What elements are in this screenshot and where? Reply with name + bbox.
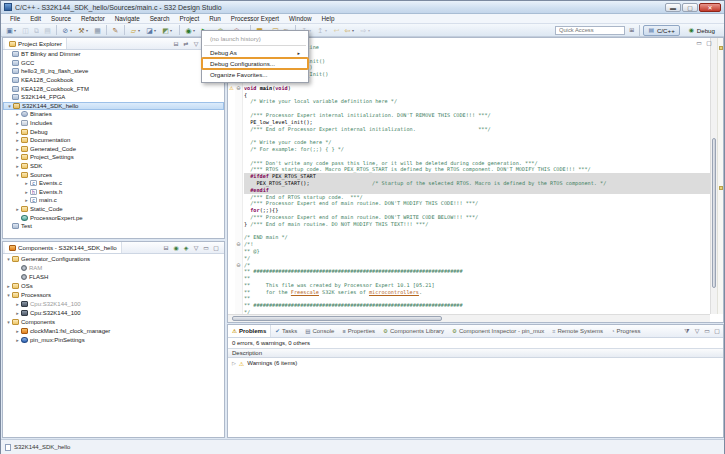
collapse-all-icon[interactable]: ⊟: [172, 40, 180, 48]
tree-item-generated-code[interactable]: ▸Generated_Code: [3, 145, 224, 154]
maximize-window-button[interactable]: ▢: [682, 3, 698, 12]
tree-expander-icon[interactable]: ▸: [23, 197, 30, 203]
fold-marker-icon[interactable]: ⊖: [235, 85, 242, 91]
code-line[interactable]: /* END main */: [244, 234, 710, 241]
mark-occurrences-icon[interactable]: ✎: [111, 26, 120, 35]
menu-item-help[interactable]: Help: [316, 15, 339, 22]
code-line[interactable]: [244, 132, 710, 139]
new-class-icon[interactable]: ◩▾: [161, 26, 175, 35]
perspective-tab-cpp[interactable]: ▤ C/C++: [643, 25, 680, 36]
code-line[interactable]: for(;;){}: [244, 207, 710, 214]
tree-item-kea128-cookbook[interactable]: KEA128_Cookbook: [3, 76, 224, 85]
row-expander-icon[interactable]: ▷: [232, 360, 236, 366]
save-icon[interactable]: ◫: [21, 26, 30, 35]
code-line[interactable]: PEX_RTOS_START(); /* Startup of the sele…: [244, 180, 710, 187]
code-area[interactable]: * - startup asm routine * - main() * - P…: [244, 38, 710, 314]
save-all-icon[interactable]: ⧉: [32, 26, 41, 35]
tree-item-binaries[interactable]: ▸Binaries: [3, 110, 224, 119]
code-line[interactable]: ** for the Freescale S32K series of micr…: [244, 289, 710, 296]
maximize-view-icon[interactable]: ▢: [713, 327, 721, 335]
collapse-all-icon[interactable]: ⊟: [162, 244, 170, 252]
code-line[interactable]: * - Common_Init(): [244, 64, 710, 71]
launch-menu-item-organize-favorites-[interactable]: Organize Favorites...: [202, 69, 308, 80]
tree-expander-icon[interactable]: ▾: [5, 292, 12, 298]
view-menu-icon[interactable]: ▽: [192, 40, 200, 48]
open-perspective-icon[interactable]: ⊞: [628, 26, 636, 34]
launch-menu-item-debug-as[interactable]: Debug As▸: [202, 47, 308, 58]
tree-expander-icon[interactable]: ▾: [14, 172, 21, 178]
new-source-file-icon[interactable]: ▱▾: [129, 26, 143, 35]
build-icon[interactable]: ⚒▾: [77, 26, 91, 35]
tree-expander-icon[interactable]: ▾: [5, 256, 12, 262]
code-line[interactable]: **: [244, 295, 710, 302]
quick-access-input[interactable]: [555, 26, 625, 35]
tree-item-events-c[interactable]: ▸cEvents.c: [3, 179, 224, 188]
code-line[interactable]: /*** Processor Expert end of main routin…: [244, 200, 710, 207]
overview-occurrence-marker[interactable]: [719, 186, 723, 190]
tree-item-documentation[interactable]: ▸Documentation: [3, 136, 224, 145]
code-line[interactable]: {: [244, 92, 710, 99]
code-line[interactable]: void main(void): [244, 85, 710, 92]
tree-item-clockman1-fsl-clock-manager[interactable]: ▸clockMan1:fsl_clock_manager: [3, 326, 224, 335]
code-line[interactable]: #ifdef PEX_RTOS_START: [244, 173, 710, 180]
tree-expander-icon[interactable]: ▸: [14, 337, 21, 343]
tree-expander-icon[interactable]: ▸: [14, 137, 21, 143]
tree-expander-icon[interactable]: ▾: [6, 103, 13, 109]
tree-expander-icon[interactable]: ▾: [5, 319, 12, 325]
tree-item-sources[interactable]: ▾Sources: [3, 170, 224, 179]
code-line[interactable]: /*** End of RTOS startup code. ***/: [244, 194, 710, 201]
tree-expander-icon[interactable]: ▸: [23, 180, 30, 186]
menu-item-run[interactable]: Run: [204, 15, 226, 22]
back-icon[interactable]: ⇦▾: [343, 26, 357, 35]
tree-expander-icon[interactable]: ▸: [14, 163, 21, 169]
horizontal-scrollbar[interactable]: [228, 314, 710, 322]
menu-item-project[interactable]: Project: [175, 15, 205, 22]
code-line[interactable]: /*** Processor Expert internal initializ…: [244, 112, 710, 119]
menu-item-navigate[interactable]: Navigate: [110, 15, 145, 22]
scrollbar-thumb[interactable]: [232, 316, 442, 321]
build-all-icon[interactable]: ▦: [93, 26, 102, 35]
tree-expander-icon[interactable]: ▸: [14, 328, 21, 334]
tree-expander-icon[interactable]: ▸: [23, 189, 30, 195]
code-line[interactable]: * - PE_low_level_init(): [244, 58, 710, 65]
dropdown-caret-icon[interactable]: ▾: [193, 26, 198, 35]
tree-item-processors[interactable]: ▾Processors: [3, 290, 224, 299]
menu-item-file[interactable]: File: [5, 15, 25, 22]
dropdown-caret-icon[interactable]: ▾: [352, 26, 357, 35]
code-line[interactable]: * - startup asm routine: [244, 44, 710, 51]
maximize-editor-icon[interactable]: ▢: [705, 39, 713, 47]
code-line[interactable]: * - Peripherals_Init(): [244, 71, 710, 78]
tree-item-includes[interactable]: ▸Includes: [3, 119, 224, 128]
minimize-editor-icon[interactable]: ▭: [695, 39, 703, 47]
code-line[interactable]: */: [244, 255, 710, 262]
overview-ruler[interactable]: [717, 38, 723, 314]
code-line[interactable]: ** #####################################…: [244, 302, 710, 309]
tree-item-cpu-s32k144-100[interactable]: ▸Cpu:S32K144_100: [3, 308, 224, 317]
code-line[interactable]: /* For example: for(;;) { } */: [244, 146, 710, 153]
tree-item-hello3-fll-irq-flash-steve[interactable]: hello3_fll_irq_flash_steve: [3, 67, 224, 76]
tree-item-sdk[interactable]: ▸SDK: [3, 162, 224, 171]
dropdown-caret-icon[interactable]: ▾: [138, 26, 143, 35]
tree-item-kea128-cookbook-ftm[interactable]: KEA128_Cookbook_FTM: [3, 84, 224, 93]
minimize-window-button[interactable]: ▬: [665, 3, 681, 12]
tree-item-static-code[interactable]: ▸Static_Code: [3, 205, 224, 214]
problems-column-header[interactable]: Description: [228, 348, 723, 358]
tree-expander-icon[interactable]: ▸: [14, 301, 21, 307]
tab-console[interactable]: ▤Console: [301, 325, 338, 337]
dropdown-caret-icon[interactable]: ▾: [154, 26, 159, 35]
tree-item-events-h[interactable]: ▸hEvents.h: [3, 188, 224, 197]
tree-item-test[interactable]: Test: [3, 222, 224, 231]
menu-item-refactor[interactable]: Refactor: [76, 15, 110, 22]
tab-progress[interactable]: ◔Progress: [607, 325, 644, 337]
tab-problems[interactable]: ⚠Problems: [228, 325, 271, 337]
prev-annotation-icon[interactable]: ↥▾: [316, 26, 330, 35]
code-line[interactable]: /*** End of Processor Expert internal in…: [244, 126, 710, 133]
tab-remote-systems[interactable]: ⌗Remote Systems: [548, 325, 607, 337]
view-menu-icon[interactable]: ▽: [192, 244, 200, 252]
print-icon[interactable]: ▤: [43, 26, 52, 35]
menu-item-source[interactable]: Source: [46, 15, 76, 22]
tree-item-project-settings[interactable]: ▸Project_Settings: [3, 153, 224, 162]
tree-item-debug[interactable]: ▸Debug: [3, 127, 224, 136]
regenerate-icon[interactable]: ◈: [182, 244, 190, 252]
new-wizard-icon[interactable]: ▣▾: [5, 26, 19, 35]
